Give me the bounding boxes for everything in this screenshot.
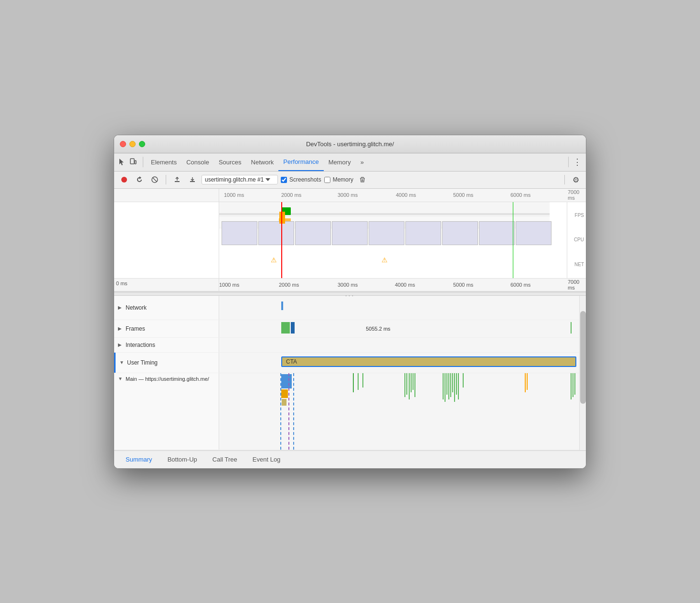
reload-button[interactable] [133, 173, 146, 186]
mark-h7 [454, 373, 455, 402]
screenshots-checkbox-group: Screenshots [281, 176, 321, 183]
mark-t4 [573, 373, 573, 397]
tab-summary[interactable]: Summary [118, 451, 160, 469]
tab-call-tree[interactable]: Call Tree [205, 451, 245, 469]
screenshot-thumb [258, 221, 294, 245]
devtools-menu-button[interactable]: ⋮ [572, 156, 583, 168]
tab-more[interactable]: » [356, 153, 369, 171]
warning-icon: ⚠ [271, 256, 277, 264]
mark-g6 [414, 373, 415, 397]
time-label-6: 6000 ms [510, 192, 530, 198]
dashed-line-blue [280, 373, 281, 450]
frames-track-row: ▶ Frames 5055.2 ms [114, 320, 586, 338]
svg-rect-6 [190, 181, 195, 182]
scrollbar[interactable] [579, 296, 586, 450]
upload-button[interactable] [171, 173, 183, 186]
screenshots-checkbox[interactable] [281, 177, 287, 183]
main-track-label[interactable]: ▼ Main — https://usertiming.glitch.me/ [114, 373, 219, 450]
ruler-label-0: 0 ms [114, 280, 127, 286]
memory-checkbox[interactable] [324, 177, 330, 183]
ruler-label-4: 4000 ms [395, 282, 415, 288]
mark-g5 [413, 373, 414, 390]
mark-2 [358, 373, 359, 390]
interactions-track-label[interactable]: ▶ Interactions [114, 338, 219, 352]
tab-elements[interactable]: Elements [146, 153, 181, 171]
time-label-4: 4000 ms [396, 192, 416, 198]
screenshot-thumb [405, 221, 441, 245]
mark-h8 [456, 373, 457, 395]
clear-button[interactable] [148, 173, 161, 186]
close-button[interactable] [120, 141, 126, 147]
tab-memory[interactable]: Memory [324, 153, 356, 171]
frames-track-label[interactable]: ▶ Frames [114, 320, 219, 337]
warning-icon-2: ⚠ [382, 256, 388, 264]
tab-performance[interactable]: Performance [278, 153, 323, 171]
scrollbar-thumb[interactable] [580, 311, 586, 404]
screenshot-thumb [442, 221, 478, 245]
red-marker-line [281, 202, 282, 278]
main-tan-block [282, 399, 286, 406]
dashed-line-blue-2 [293, 373, 294, 450]
mark-3 [362, 373, 363, 388]
main-track-content[interactable] [219, 373, 586, 450]
overview-content[interactable]: ⚠ ⚠ ⚠ [219, 202, 567, 278]
tab-bottom-up[interactable]: Bottom-Up [160, 451, 205, 469]
frames-timing: 5055.2 ms [366, 326, 390, 332]
network-track-label[interactable]: ▶ Network [114, 296, 219, 320]
ruler-label-7: 7000 ms [568, 279, 586, 291]
time-ruler: 0 ms 1000 ms 2000 ms 3000 ms 4000 ms 500… [114, 279, 586, 292]
tab-network[interactable]: Network [246, 153, 279, 171]
minimize-button[interactable] [129, 141, 136, 147]
screenshot-thumb [222, 221, 257, 245]
mark-t3 [571, 373, 572, 399]
metric-labels: FPS CPU NET [567, 202, 586, 278]
time-label-2: 2000 ms [281, 192, 301, 198]
mark-h2 [445, 373, 445, 402]
user-timing-track-content[interactable]: CTA [219, 353, 586, 373]
label-area [114, 189, 219, 202]
frame-block-green [281, 322, 290, 334]
timeline-section: ▶ Network ▶ Frames 5055.2 ms [114, 296, 586, 450]
network-track-content[interactable] [219, 296, 586, 320]
user-timing-track-row: ▼ User Timing CTA [114, 353, 586, 373]
traffic-lights [120, 141, 145, 147]
network-track-row: ▶ Network [114, 296, 586, 320]
resize-handle[interactable]: ... [114, 292, 586, 296]
time-label-3: 3000 ms [338, 192, 358, 198]
screenshot-thumb [332, 221, 368, 245]
expand-icon: ▼ [119, 360, 125, 365]
mark-g3 [409, 373, 410, 399]
ruler-label-5: 5000 ms [453, 282, 473, 288]
interactions-track-content[interactable] [219, 338, 586, 352]
frames-track-content[interactable]: 5055.2 ms [219, 320, 586, 337]
tab-console[interactable]: Console [181, 153, 214, 171]
maximize-button[interactable] [139, 141, 145, 147]
tab-event-log[interactable]: Event Log [245, 451, 288, 469]
cursor-icon[interactable] [117, 157, 127, 167]
recording-select[interactable]: usertiming.glitch.me #1 [202, 175, 278, 184]
delete-button[interactable] [356, 173, 369, 186]
ruler-left: 0 ms [114, 279, 219, 291]
user-timing-track-label[interactable]: ▼ User Timing [114, 353, 219, 373]
devtools-tab-bar: Elements Console Sources Network Perform… [114, 153, 586, 172]
screenshot-thumb [516, 221, 552, 245]
settings-button[interactable]: ⚙ [570, 173, 582, 186]
record-button[interactable] [118, 173, 130, 186]
mark-1 [353, 373, 354, 392]
cta-bar[interactable]: CTA [281, 356, 576, 367]
ruler-label-3: 3000 ms [338, 282, 358, 288]
overview-panel: ⚠ ⚠ ⚠ FPS CPU NET [114, 202, 586, 279]
ruler-content: 1000 ms 2000 ms 3000 ms 4000 ms 5000 ms … [219, 279, 586, 291]
window-title: DevTools - usertiming.glitch.me/ [306, 140, 394, 148]
performance-toolbar: usertiming.glitch.me #1 Screenshots Memo… [114, 172, 586, 189]
device-icon[interactable] [128, 157, 138, 167]
mark-o1 [525, 373, 526, 392]
tab-sources[interactable]: Sources [214, 153, 246, 171]
title-bar: DevTools - usertiming.glitch.me/ [114, 135, 586, 153]
mark-g4 [411, 373, 412, 392]
timeline-header: 1000 ms 2000 ms 3000 ms 4000 ms 5000 ms … [114, 189, 586, 202]
screenshots-row [219, 221, 567, 248]
green-marker-line [513, 202, 513, 278]
download-button[interactable] [186, 173, 199, 186]
mark-h10 [463, 373, 464, 388]
